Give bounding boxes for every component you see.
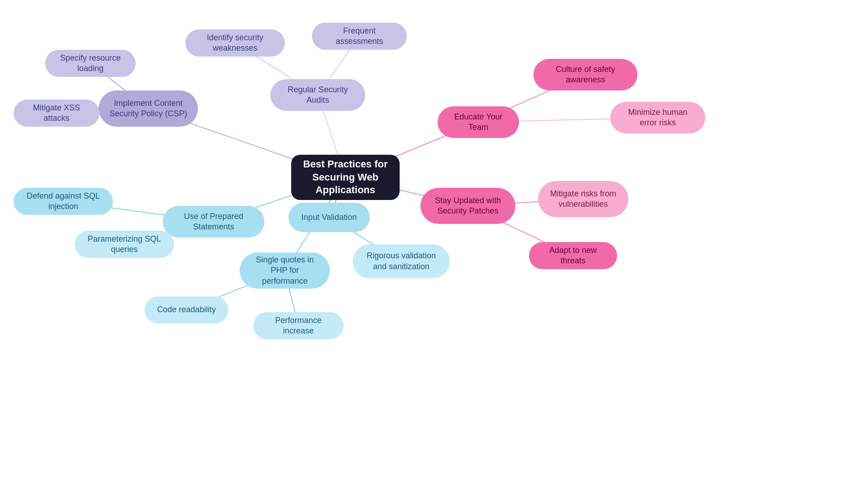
- center-node[interactable]: Best Practices for Securing Web Applicat…: [291, 155, 400, 200]
- node-security-patches[interactable]: Stay Updated with Security Patches: [420, 188, 515, 224]
- node-csp[interactable]: Implement Content Security Policy (CSP): [99, 90, 198, 127]
- node-parameterizing[interactable]: Parameterizing SQL queries: [75, 231, 174, 258]
- node-mitigate-xss[interactable]: Mitigate XSS attacks: [14, 100, 99, 127]
- node-prepared-statements[interactable]: Use of Prepared Statements: [163, 206, 264, 238]
- node-single-quotes[interactable]: Single quotes in PHP for performance: [240, 252, 330, 289]
- node-security-audits[interactable]: Regular Security Audits: [270, 79, 365, 111]
- node-code-readability[interactable]: Code readability: [145, 296, 228, 323]
- node-identify-weaknesses[interactable]: Identify security weaknesses: [185, 29, 285, 57]
- node-input-validation[interactable]: Input Validation: [288, 203, 370, 232]
- node-adapt-threats[interactable]: Adapt to new threats: [529, 242, 617, 269]
- node-culture-safety[interactable]: Culture of safety awareness: [533, 59, 637, 90]
- node-resource-loading[interactable]: Specify resource loading: [45, 50, 136, 77]
- node-educate-team[interactable]: Educate Your Team: [438, 106, 519, 138]
- node-defend-sql[interactable]: Defend against SQL injection: [14, 188, 113, 215]
- node-rigorous-validation[interactable]: Rigorous validation and sanitization: [353, 244, 450, 278]
- node-performance-increase[interactable]: Performance increase: [253, 312, 344, 339]
- node-minimize-error[interactable]: Minimize human error risks: [610, 102, 705, 133]
- node-frequent-assessments[interactable]: Frequent assessments: [312, 23, 407, 50]
- node-mitigate-risks[interactable]: Mitigate risks from vulnerabilities: [538, 181, 628, 217]
